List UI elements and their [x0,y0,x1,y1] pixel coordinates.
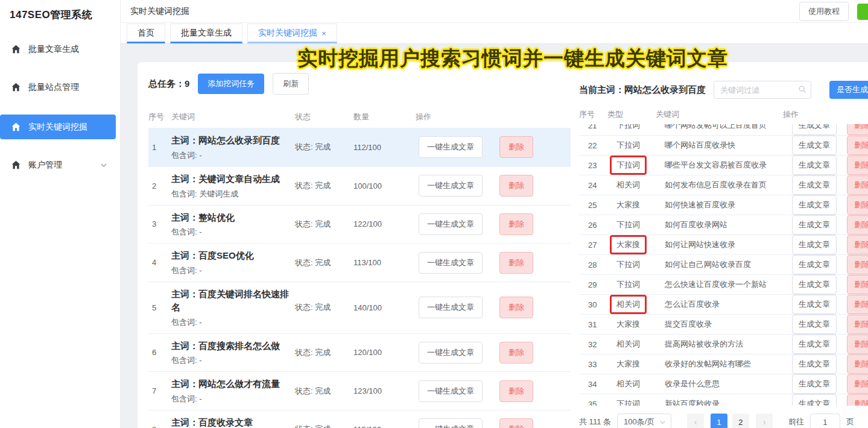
sidebar-item-batch-article[interactable]: 批量文章生成 [0,37,116,61]
delete-button[interactable]: 删除 [847,315,868,334]
table-row: 22 下拉词 哪个网站百度收录快 生成文章 删除 [579,136,868,156]
generate-article-button[interactable]: 生成文章 [792,235,837,254]
generate-article-button[interactable]: 一键生成文章 [419,213,483,235]
delete-button[interactable]: 删除 [847,136,868,155]
delete-button[interactable]: 删除 [499,252,533,274]
page-size-select[interactable]: 100条/页 [617,414,671,428]
delete-button[interactable]: 删除 [847,394,868,406]
tasks-table-body: 1 主词：网站怎么收录到百度 包含词: - 状态: 完成 112/100 一键生… [148,128,571,428]
sidebar-item-account[interactable]: 账户管理 [0,153,116,177]
row-actions: 生成文章 删除 [792,335,868,354]
next-page-button[interactable]: › [756,414,773,428]
row-type: 下拉词 [616,398,665,406]
page-number-button[interactable]: 1 [711,414,727,428]
generate-article-button[interactable]: 生成文章 [792,136,837,155]
generate-article-button[interactable]: 一键生成文章 [419,418,483,428]
tutorial-button[interactable]: 使用教程 [799,2,849,21]
generate-article-button[interactable]: 一键生成文章 [419,175,483,197]
delete-button[interactable]: 删除 [847,354,868,374]
generate-article-button[interactable]: 生成文章 [792,275,837,294]
table-row: 30 相关词 怎么让百度收录 生成文章 删除 [579,295,868,315]
delete-button[interactable]: 删除 [499,418,533,428]
sidebar-item-batch-site[interactable]: 批量站点管理 [0,75,116,99]
table-row: 5 主词：百度关键词排名快速排名 包含词: - 状态: 完成 140/100 一… [148,282,571,333]
generate-article-button[interactable]: 生成文章 [792,354,837,374]
delete-button[interactable]: 删除 [847,275,868,294]
delete-button[interactable]: 删除 [847,235,868,254]
table-row: 23 下拉词 哪些平台发文容易被百度收录 生成文章 删除 [579,156,868,175]
refresh-button[interactable]: 刷新 [273,73,309,95]
add-task-button[interactable]: 添加挖词任务 [198,74,264,94]
generate-article-button[interactable]: 一键生成文章 [419,252,483,274]
tab-keyword-mining[interactable]: 实时关键词挖掘 × [247,24,337,43]
page-number-button[interactable]: 2 [732,414,749,428]
row-index: 34 [588,380,616,389]
generate-article-button[interactable]: 生成文章 [792,315,837,334]
row-index: 28 [588,260,616,269]
content-card: 总任务：9 添加挖词任务 刷新 序号 关键词 状态 数量 操作 1 主词：网站怎… [138,62,868,428]
tab-bar: 首页 批量文章生成 实时关键词挖掘 × [121,23,868,44]
delete-button[interactable]: 删除 [847,374,868,394]
row-actions: 一键生成文章 删除 [416,342,571,363]
delete-button[interactable]: 删除 [847,215,868,234]
row-actions: 生成文章 删除 [792,156,868,175]
row-count: 122/100 [353,219,416,228]
delete-button[interactable]: 删除 [499,297,533,318]
generate-article-button[interactable]: 生成文章 [792,295,837,314]
goto-page-input[interactable] [810,414,840,428]
row-actions: 一键生成文章 删除 [416,297,571,318]
delete-button[interactable]: 删除 [499,175,533,197]
delete-button[interactable]: 删除 [847,295,868,314]
generate-article-button[interactable]: 一键生成文章 [419,297,483,318]
sidebar-item-label: 批量站点管理 [28,82,79,93]
generate-article-button[interactable]: 一键生成文章 [419,342,483,363]
tab-label: 批量文章生成 [181,28,232,39]
row-keyword: 收录好的发帖网站有哪些 [665,359,792,370]
table-row: 33 大家搜 收录好的发帖网站有哪些 生成文章 删除 [579,354,868,374]
type-annotation: 相关词 [610,295,647,314]
generate-article-button[interactable]: 一键生成文章 [419,136,483,158]
generate-article-button[interactable]: 生成文章 [792,215,837,234]
tab-home[interactable]: 首页 [127,24,165,43]
delete-button[interactable]: 删除 [499,342,533,363]
close-icon[interactable]: × [322,30,326,37]
green-action-button[interactable] [857,4,868,20]
delete-button[interactable]: 删除 [847,255,868,274]
row-actions: 生成文章 删除 [792,394,868,406]
delete-button[interactable]: 删除 [499,213,533,235]
row-count: 113/100 [353,258,416,267]
generate-article-button[interactable]: 生成文章 [792,374,837,394]
sidebar-item-label: 实时关键词挖掘 [28,122,87,133]
generate-article-button[interactable]: 一键生成文章 [419,380,483,402]
row-type: 下拉词 [616,124,665,131]
generate-article-button[interactable]: 生成文章 [792,124,837,135]
prev-page-button[interactable]: ‹ [687,414,704,428]
banner-title: 实时挖掘用户搜索习惯词并一键生成关键词文章 [211,45,814,72]
sidebar-item-keyword-mining[interactable]: 实时关键词挖掘 [0,115,116,139]
row-actions: 生成文章 删除 [792,374,868,394]
delete-button[interactable]: 删除 [847,175,868,195]
row-keyword-cell: 主词：百度关键词排名快速排名 包含词: - [171,288,295,328]
row-actions: 生成文章 删除 [792,275,868,294]
row-type: 下拉词 [616,259,665,270]
delete-button[interactable]: 删除 [499,136,533,158]
generate-article-button[interactable]: 生成文章 [792,175,837,195]
generate-article-button[interactable]: 生成文章 [792,394,837,406]
keyword-filter-input[interactable] [714,81,811,99]
delete-button[interactable]: 删除 [847,335,868,354]
row-count: 100/100 [353,181,416,190]
main-word: 主词：百度关键词排名快速排名 [171,288,295,314]
generate-article-button[interactable]: 生成文章 [792,255,837,274]
generate-article-button[interactable]: 生成文章 [792,335,837,354]
delete-button[interactable]: 删除 [847,124,868,135]
row-actions: 一键生成文章 删除 [416,213,571,235]
delete-button[interactable]: 删除 [847,156,868,175]
chevron-down-icon [659,419,666,426]
delete-button[interactable]: 删除 [847,195,868,215]
table-row: 32 相关词 提高网站被收录的方法 生成文章 删除 [579,335,868,354]
delete-button[interactable]: 删除 [499,380,533,402]
tab-batch-article[interactable]: 批量文章生成 [170,24,242,43]
generate-article-button[interactable]: 生成文章 [792,156,837,175]
generate-toggle-button[interactable]: 是否生成主 [829,81,868,99]
generate-article-button[interactable]: 生成文章 [792,195,837,215]
